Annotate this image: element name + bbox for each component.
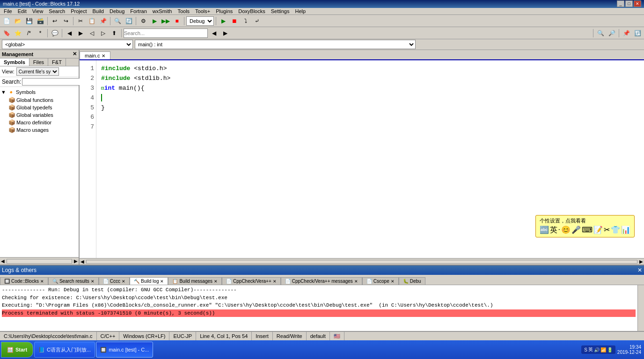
tb2-btn6[interactable]: ⬆	[109, 28, 119, 38]
log-tab-search[interactable]: 🔍 Search results ✕	[48, 277, 99, 285]
debug-button[interactable]: ▶	[218, 16, 228, 26]
tb2-btn5[interactable]: 💬	[50, 28, 60, 38]
debug-stop-button[interactable]: ⏹	[229, 16, 240, 26]
log-tab-debug[interactable]: 🐛 Debu	[399, 277, 425, 285]
tab-close[interactable]: ✕	[91, 279, 95, 284]
log-tab-cppcheck-msg[interactable]: 📄 CppCheck/Vera++ messages ✕	[281, 277, 362, 285]
minimize-button[interactable]: _	[617, 0, 624, 7]
tree-item-global-variables[interactable]: 📦 Global variables	[1, 111, 78, 119]
tab-close[interactable]: ✕	[391, 279, 395, 284]
taskbar-item-1[interactable]: 📘 C语言从入门到放...	[34, 342, 95, 358]
search-input[interactable]	[22, 78, 82, 86]
tab-ft[interactable]: F&T	[48, 58, 66, 66]
tab-close-icon[interactable]: ✕	[102, 53, 105, 58]
paste-button[interactable]: 📌	[98, 16, 108, 26]
function-dropdown[interactable]: main() : int	[135, 40, 416, 49]
tb2-prev[interactable]: ◀	[64, 28, 74, 38]
tab-close[interactable]: ✕	[354, 279, 358, 284]
tree-root-symbols[interactable]: ▼ 🔸 Symbols	[1, 88, 78, 96]
find-button[interactable]: 🔍	[112, 16, 123, 26]
open-button[interactable]: 📂	[13, 16, 23, 26]
stop-button[interactable]: ■	[172, 16, 182, 26]
undo-button[interactable]: ↩	[50, 16, 60, 26]
tb2-prev2[interactable]: ◁	[87, 28, 97, 38]
copy-button[interactable]: 📋	[87, 16, 97, 26]
menu-edit[interactable]: Edit	[15, 8, 29, 14]
refresh-btn[interactable]: 🔃	[632, 28, 643, 38]
debug-dropdown[interactable]: Debug	[186, 16, 214, 26]
tree-item-macro-usages[interactable]: 📦 Macro usages	[1, 126, 78, 134]
tb2-next[interactable]: ▶	[75, 28, 86, 38]
zoom-out[interactable]: 🔎	[607, 28, 617, 38]
scroll-right-btn[interactable]: ▶	[73, 258, 79, 264]
debug-step[interactable]: ⤵	[241, 16, 251, 26]
menu-settings[interactable]: Settings	[268, 8, 293, 14]
menu-tools[interactable]: Tools	[175, 8, 192, 14]
cut-button[interactable]: ✂	[75, 16, 86, 26]
left-scroll-bar[interactable]: ◀ ▶	[0, 257, 79, 265]
scroll-right-editor[interactable]: ▶	[638, 259, 644, 264]
build-run-button[interactable]: ▶▶	[161, 16, 171, 26]
menu-file[interactable]: File	[1, 8, 15, 14]
save-button[interactable]: 💾	[24, 16, 34, 26]
search-next-btn[interactable]: ▶	[220, 28, 230, 38]
log-tab-cppcheck[interactable]: 📄 CppCheck/Vera++ ✕	[222, 277, 281, 285]
bookmark-btn[interactable]: 📌	[621, 28, 631, 38]
tab-close[interactable]: ✕	[273, 279, 277, 284]
log-tab-buildlog[interactable]: 🔨 Build log ✕	[130, 277, 168, 285]
redo-button[interactable]: ↪	[61, 16, 71, 26]
editor-horizontal-scrollbar[interactable]: ◀ ▶	[80, 258, 644, 265]
tb2-btn1[interactable]: 🔖	[1, 28, 12, 38]
menu-debug[interactable]: Debug	[107, 8, 127, 14]
tab-files[interactable]: Files	[29, 58, 48, 66]
log-tab-codeblocks[interactable]: 🔲 Code::Blocks ✕	[0, 277, 48, 285]
debug-next[interactable]: ⤶	[252, 16, 262, 26]
menu-search[interactable]: Search	[46, 8, 68, 14]
editor-tab-main-c[interactable]: main.c ✕	[80, 51, 110, 59]
tree-item-global-functions[interactable]: 📦 Global functions	[1, 96, 78, 104]
scroll-left-btn[interactable]: ◀	[0, 258, 6, 264]
tb2-next2[interactable]: ▷	[98, 28, 108, 38]
logs-close-icon[interactable]: ✕	[637, 267, 642, 273]
management-close-icon[interactable]: ✕	[73, 51, 77, 57]
tab-close[interactable]: ✕	[160, 279, 164, 284]
menu-view[interactable]: View	[29, 8, 46, 14]
view-dropdown[interactable]: Current file's sy	[16, 67, 59, 76]
editor-popup[interactable]: 个性设置，点我看看 🔤英·😊🎤⌨📝✂👕📊	[535, 215, 635, 237]
tab-symbols[interactable]: Symbols	[0, 58, 29, 66]
compile-button[interactable]: ⚙	[138, 16, 148, 26]
taskbar-item-2[interactable]: 🔲 main.c [test] - C...	[96, 342, 153, 358]
tree-item-macro-definition[interactable]: 📦 Macro definitior	[1, 119, 78, 126]
log-tab-buildmsg[interactable]: 📋 Build messages ✕	[168, 277, 222, 285]
tb2-btn3[interactable]: /*	[24, 28, 34, 38]
log-scrollbar[interactable]	[637, 285, 644, 331]
new-button[interactable]: 📄	[1, 16, 12, 26]
save-all-button[interactable]: 🗃️	[35, 16, 45, 26]
tree-item-global-typedefs[interactable]: 📦 Global typedefs	[1, 104, 78, 111]
tb2-btn4[interactable]: *	[35, 28, 45, 38]
menu-project[interactable]: Project	[68, 8, 89, 14]
log-tab-cccc[interactable]: 📄 Cccc ✕	[99, 277, 130, 285]
tab-close[interactable]: ✕	[40, 279, 44, 284]
close-button[interactable]: ✕	[634, 0, 641, 7]
search-field[interactable]	[124, 29, 208, 38]
tab-close[interactable]: ✕	[122, 279, 125, 284]
tb2-btn2[interactable]: ⭐	[13, 28, 23, 38]
menu-doxyblocks[interactable]: DoxyBlocks	[235, 8, 268, 14]
start-button[interactable]: 🪟 Start	[1, 342, 33, 358]
run-button[interactable]: ▶	[149, 16, 160, 26]
log-tab-cscope[interactable]: 📄 Cscope ✕	[362, 277, 399, 285]
menu-plugins[interactable]: Plugins	[213, 8, 235, 14]
maximize-button[interactable]: □	[625, 0, 633, 7]
menu-wxsmith[interactable]: wxSmith	[150, 8, 175, 14]
menu-fortran[interactable]: Fortran	[127, 8, 149, 14]
tab-close[interactable]: ✕	[214, 279, 218, 284]
global-dropdown[interactable]: <global>	[2, 40, 133, 49]
search-prev-btn[interactable]: ◀	[209, 28, 219, 38]
menu-tools-plus[interactable]: Tools+	[192, 8, 213, 14]
zoom-in[interactable]: 🔍	[595, 28, 606, 38]
scroll-left-editor[interactable]: ◀	[80, 259, 85, 264]
menu-build[interactable]: Build	[89, 8, 106, 14]
menu-help[interactable]: Help	[292, 8, 308, 14]
replace-button[interactable]: 🔄	[124, 16, 134, 26]
